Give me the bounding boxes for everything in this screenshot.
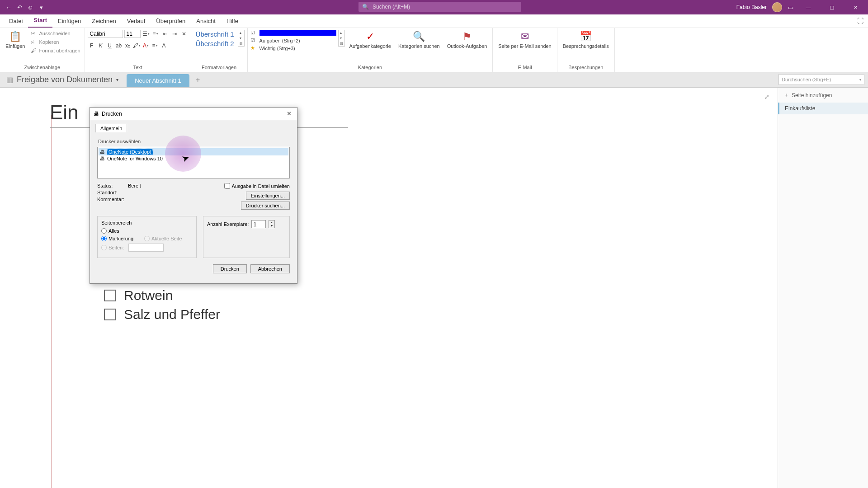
spinner-down-icon[interactable]: ▼	[269, 224, 274, 228]
style-heading1[interactable]: Überschrift 1	[194, 30, 236, 38]
menu-start[interactable]: Start	[28, 14, 52, 28]
tag-down-icon[interactable]: ▾	[339, 36, 344, 41]
spinner-up-icon[interactable]: ▲	[269, 221, 274, 224]
format-painter-button[interactable]: 🖌Format übertragen	[29, 47, 81, 54]
checkbox[interactable]	[104, 290, 116, 301]
paste-button[interactable]: 📋 Einfügen	[3, 30, 28, 50]
page-entry[interactable]: Einkaufsliste	[778, 103, 868, 114]
tab-general[interactable]: Allgemein	[95, 124, 127, 132]
notebook-dropdown[interactable]: ▥ Freigabe von Dokumenten ▾	[0, 75, 125, 84]
menu-zeichnen[interactable]: Zeichnen	[86, 15, 121, 28]
copy-button[interactable]: ⎘Kopieren	[29, 38, 81, 46]
plus-icon: ＋	[783, 91, 789, 99]
copies-input[interactable]	[251, 220, 266, 228]
bold-button[interactable]: F	[88, 42, 96, 50]
email-page-button[interactable]: ✉Seite per E-Mail senden	[495, 30, 554, 50]
search-icon: 🔍	[362, 4, 369, 10]
printer-item-onenote-win10[interactable]: 🖶 OneNote for Windows 10	[99, 155, 288, 162]
ribbon: 📋 Einfügen ✂Ausschneiden ⎘Kopieren 🖌Form…	[0, 28, 868, 72]
checkmark-icon: ✓	[366, 31, 374, 42]
minimize-button[interactable]: ―	[799, 2, 817, 13]
numbered-list-button[interactable]: ≡▾	[151, 30, 160, 38]
menu-ueberpruefen[interactable]: Überprüfen	[151, 15, 191, 28]
tag-more-icon[interactable]: ⊟	[339, 41, 344, 46]
tag-up-icon[interactable]: ▴	[339, 30, 344, 35]
group-label-styles: Formatvorlagen	[194, 64, 245, 71]
clear-format-button[interactable]: ✕	[180, 30, 188, 38]
status-value: Bereit	[128, 183, 141, 188]
highlight-button[interactable]: 🖍▾	[133, 42, 141, 50]
calendar-icon: 📅	[580, 31, 592, 42]
search-categories-button[interactable]: 🔍Kategorien suchen	[396, 30, 443, 50]
copies-label: Anzahl Exemplare:	[207, 221, 249, 227]
font-size-select[interactable]: 11	[124, 30, 141, 38]
style-heading2[interactable]: Überschrift 2	[194, 39, 236, 48]
menu-ansicht[interactable]: Ansicht	[191, 15, 221, 28]
chevron-down-icon: ▾	[116, 77, 118, 82]
copies-spinner[interactable]: ▲▼	[269, 220, 275, 228]
undo-icon[interactable]: ↶	[16, 4, 23, 10]
notebook-search-input[interactable]: Durchsuchen (Strg+E) ▾	[778, 74, 864, 85]
tag-todo[interactable]: ☑Aufgaben (Strg+2)	[250, 38, 336, 43]
strikethrough-button[interactable]: ab	[115, 42, 123, 50]
list-item[interactable]: Rotwein	[104, 288, 778, 303]
align-button[interactable]: ≡▾	[151, 42, 159, 50]
clear-all-button[interactable]: A	[160, 42, 168, 50]
settings-button[interactable]: Einstellungen...	[246, 192, 290, 200]
bullet-list-button[interactable]: ☰▾	[142, 30, 150, 38]
envelope-icon: ✉	[521, 31, 529, 42]
menu-verlauf[interactable]: Verlauf	[122, 15, 151, 28]
select-printer-label: Drucker auswählen	[97, 139, 290, 144]
find-printer-button[interactable]: Drucker suchen...	[241, 202, 290, 210]
range-all-radio[interactable]	[101, 228, 107, 234]
tag-highlight[interactable]: ☑x	[250, 30, 336, 36]
checkbox[interactable]	[104, 309, 116, 320]
emoji-icon[interactable]: ☺	[27, 4, 33, 10]
print-button[interactable]: Drucken	[213, 264, 247, 273]
user-name[interactable]: Fabio Basler	[736, 4, 767, 10]
printer-list: 🖶 OneNote (Desktop) 🖶 OneNote for Window…	[97, 147, 290, 178]
font-color-button[interactable]: A▾	[142, 42, 150, 50]
tag-important[interactable]: ★Wichtig (Strg+3)	[250, 45, 336, 51]
expand-icon[interactable]: ⤢	[764, 93, 769, 100]
meeting-details-button[interactable]: 📅Besprechungsdetails	[560, 30, 612, 50]
titlebar: ← ↶ ☺ ▾ Einkaufsliste - OneNote 🔍 Suchen…	[0, 0, 868, 14]
pages-input	[128, 244, 164, 252]
maximize-button[interactable]: ▢	[823, 2, 841, 13]
checkbox-icon: ☑	[250, 38, 257, 43]
font-name-select[interactable]: Calibri	[88, 30, 123, 38]
print-to-file-checkbox[interactable]	[224, 183, 230, 189]
outdent-button[interactable]: ⇤	[161, 30, 169, 38]
list-item[interactable]: Salz und Pfeffer	[104, 307, 778, 322]
style-up-icon[interactable]: ▴	[238, 30, 244, 35]
close-button[interactable]: ✕	[846, 2, 864, 13]
task-category-button[interactable]: ✓Aufgabenkategorie	[347, 30, 394, 50]
menu-hilfe[interactable]: Hilfe	[221, 15, 244, 28]
search-input[interactable]: 🔍 Suchen (Alt+M)	[359, 2, 521, 12]
style-more-icon[interactable]: ⊟	[238, 41, 244, 46]
add-page-button[interactable]: ＋Seite hinzufügen	[778, 88, 868, 103]
dialog-titlebar[interactable]: 🖶 Drucken ✕	[90, 108, 297, 120]
subscript-button[interactable]: x₂	[124, 42, 132, 50]
range-selection-radio[interactable]	[101, 236, 107, 241]
style-down-icon[interactable]: ▾	[238, 36, 244, 41]
cancel-button[interactable]: Abbrechen	[250, 264, 290, 273]
italic-button[interactable]: K	[97, 42, 105, 50]
printer-item-onenote-desktop[interactable]: 🖶 OneNote (Desktop)	[99, 148, 288, 155]
indent-button[interactable]: ⇥	[170, 30, 179, 38]
customize-qat-icon[interactable]: ▾	[38, 4, 44, 10]
avatar[interactable]	[772, 2, 782, 12]
collapse-ribbon-icon[interactable]: ⛶	[857, 17, 863, 24]
menu-datei[interactable]: Datei	[4, 15, 28, 28]
back-icon[interactable]: ←	[5, 4, 12, 10]
add-section-button[interactable]: +	[192, 74, 204, 86]
notes-icon[interactable]: ▭	[788, 4, 794, 10]
cut-button[interactable]: ✂Ausschneiden	[29, 30, 81, 37]
close-icon[interactable]: ✕	[284, 109, 293, 118]
menu-einfuegen[interactable]: Einfügen	[52, 15, 86, 28]
section-tab[interactable]: Neuer Abschnitt 1	[127, 74, 189, 87]
group-label-email: E-Mail	[495, 64, 554, 71]
outlook-tasks-button[interactable]: ⚑Outlook-Aufgaben	[444, 30, 490, 50]
group-label-clipboard: Zwischenablage	[3, 64, 82, 71]
underline-button[interactable]: U	[106, 42, 114, 50]
